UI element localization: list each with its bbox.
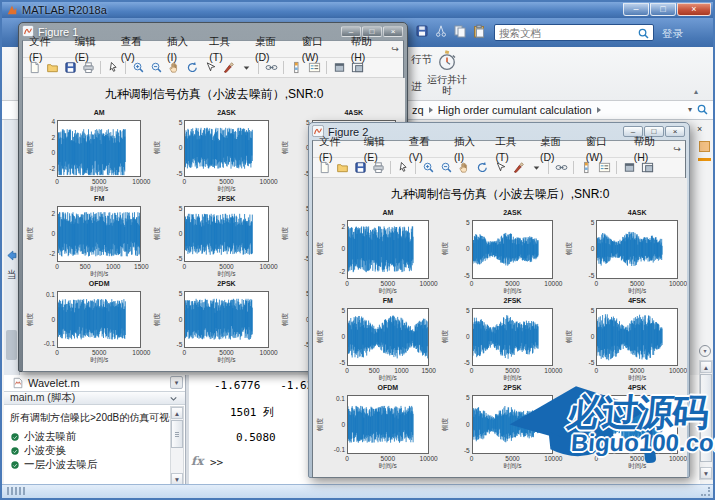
data-cursor-icon[interactable] [492, 160, 508, 176]
dock-figure-icon[interactable] [349, 60, 365, 76]
insert-legend-icon[interactable] [306, 60, 322, 76]
dock-group-icon[interactable] [621, 160, 637, 176]
pointer-icon[interactable] [395, 160, 411, 176]
new-document-icon[interactable] [316, 160, 332, 176]
breadcrumb-arrow-icon[interactable] [429, 107, 433, 113]
brush-icon[interactable] [510, 160, 526, 176]
save-icon[interactable] [352, 160, 368, 176]
y-tick-label: 5 [325, 307, 345, 314]
link-plots-icon[interactable] [553, 160, 569, 176]
dock-group-icon[interactable] [331, 60, 347, 76]
subplot-title-am: AM [57, 109, 141, 116]
cut-icon[interactable] [433, 23, 448, 38]
link-plots-icon[interactable] [263, 60, 279, 76]
x-tick-label: 0 [458, 367, 486, 374]
y-axis-label: 幅度 [316, 330, 325, 343]
docked-panel-icon[interactable] [699, 141, 710, 152]
section-item[interactable]: 一层小波去噪后 [10, 458, 98, 472]
signal-plot [58, 121, 140, 176]
x-tick-label: 0 [170, 178, 198, 185]
x-axis-label: 时间/s [347, 287, 429, 296]
statusbar-grip[interactable] [7, 487, 25, 495]
x-tick-label: 10000 [127, 178, 155, 185]
section-item[interactable]: 小波去噪前 [10, 430, 77, 444]
panel-close-icon[interactable]: × [697, 124, 702, 134]
maximize-button[interactable]: □ [650, 3, 676, 16]
fx-prompt-icon[interactable]: fx [191, 454, 203, 468]
search-icon[interactable] [637, 26, 651, 40]
zoom-in-icon[interactable] [130, 60, 146, 76]
resize-grip[interactable] [701, 487, 710, 496]
folder-search-icon[interactable] [696, 103, 709, 116]
output-line: 1501 列 [230, 405, 274, 420]
collapse-output-button[interactable]: ▾ [699, 345, 711, 357]
y-tick-label: -0.1 [35, 340, 55, 347]
new-document-icon[interactable] [26, 60, 42, 76]
save-icon[interactable] [414, 23, 429, 38]
minimize-button[interactable]: – [623, 3, 649, 16]
dock-figure-icon[interactable] [639, 160, 655, 176]
back-arrow-icon[interactable] [5, 248, 18, 266]
signal-plot [597, 221, 677, 278]
breadcrumb-segment[interactable]: zq [412, 104, 424, 116]
breadcrumb-segment[interactable]: High order cumulant calculation [438, 104, 592, 116]
print-icon[interactable] [80, 60, 96, 76]
insert-colorbar-icon[interactable] [288, 60, 304, 76]
menu-overflow-icon[interactable]: ↪ [673, 144, 681, 154]
scroll-thumb[interactable] [171, 420, 183, 448]
insert-legend-icon[interactable] [596, 160, 612, 176]
open-folder-icon[interactable] [334, 160, 350, 176]
ribbon-collapse-icon[interactable]: ▴ [694, 87, 698, 96]
scroll-thumb[interactable] [700, 374, 712, 462]
file-list-scroll-down-button[interactable]: ▾ [170, 376, 183, 389]
pan-icon[interactable] [456, 160, 472, 176]
zoom-out-icon[interactable] [438, 160, 454, 176]
command-window-scrollbar[interactable]: ▲ ▼ [699, 360, 713, 480]
copy-icon[interactable] [452, 23, 467, 38]
login-link[interactable]: 登录 [662, 27, 683, 41]
x-tick-label: 5000 [499, 455, 527, 462]
scroll-up-arrow[interactable]: ▲ [700, 361, 712, 373]
sidebar-scroll-thumb[interactable] [6, 330, 17, 360]
open-folder-icon[interactable] [44, 60, 60, 76]
details-scrollbar[interactable]: ▲ ▼ [170, 406, 184, 486]
breadcrumb-arrow-icon[interactable] [597, 107, 601, 113]
rotate-3d-icon[interactable] [474, 160, 490, 176]
print-icon[interactable] [370, 160, 386, 176]
paste-icon[interactable] [471, 23, 486, 38]
scroll-down-arrow[interactable]: ▼ [700, 467, 712, 479]
save-icon[interactable] [62, 60, 78, 76]
matlab-logo-icon [6, 4, 18, 16]
menu-overflow-icon[interactable]: ↪ [391, 44, 399, 54]
chevron-down-icon[interactable] [168, 393, 179, 404]
output-line: 0.5080 [236, 431, 276, 444]
x-axis-label: 时间/s [472, 462, 554, 471]
zoom-out-icon[interactable] [148, 60, 164, 76]
y-tick-label: 5 [450, 394, 470, 401]
close-button[interactable]: × [677, 3, 711, 16]
x-tick-label: 1500 [415, 367, 443, 374]
ribbon-clipped-label-2: 进 [411, 80, 422, 94]
search-input[interactable] [495, 27, 637, 39]
file-list-item[interactable]: Wavelet.m ▾ [4, 375, 185, 391]
pointer-icon[interactable] [105, 60, 121, 76]
y-tick-label: 0 [325, 245, 345, 252]
details-header[interactable]: main.m (脚本) [4, 391, 185, 405]
insert-colorbar-icon[interactable] [578, 160, 594, 176]
zoom-in-icon[interactable] [420, 160, 436, 176]
section-item[interactable]: 小波变换 [10, 444, 66, 458]
brush-icon[interactable] [220, 60, 236, 76]
dropdown-small-icon[interactable] [528, 160, 544, 176]
data-cursor-icon[interactable] [202, 60, 218, 76]
x-tick-label: 0 [43, 178, 71, 185]
scroll-up-arrow[interactable]: ▲ [171, 407, 183, 419]
run-and-time-button[interactable]: 运行并计时 [426, 49, 468, 99]
rotate-3d-icon[interactable] [184, 60, 200, 76]
subplot-title-2fsk: 2FSK [472, 297, 554, 304]
command-prompt[interactable]: >> [210, 456, 223, 469]
breadcrumb-dropdown-icon[interactable]: ▾ [688, 105, 692, 114]
window-title: MATLAB R2018a [22, 4, 107, 16]
pan-icon[interactable] [166, 60, 182, 76]
dropdown-small-icon[interactable] [238, 60, 254, 76]
x-tick-label: 5000 [623, 367, 651, 374]
